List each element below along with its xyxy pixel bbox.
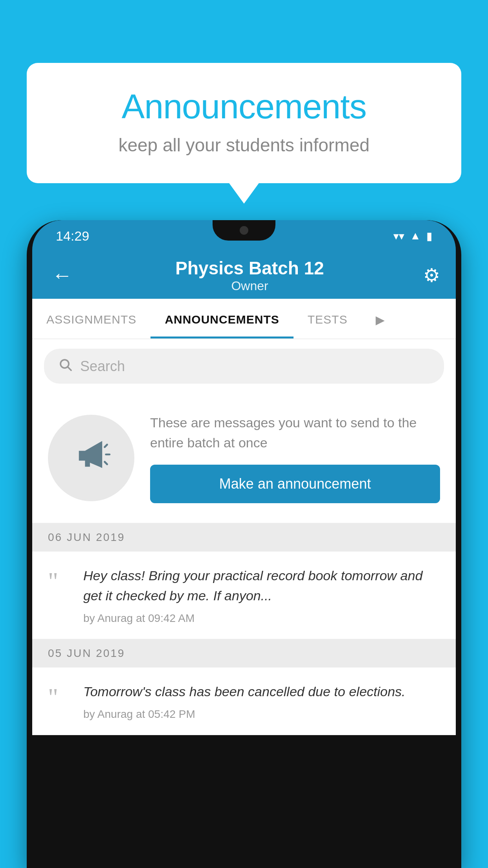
tab-announcements[interactable]: ANNOUNCEMENTS	[150, 299, 293, 338]
search-icon	[58, 357, 72, 375]
promo-right: These are messages you want to send to t…	[150, 413, 440, 503]
svg-line-2	[105, 445, 107, 447]
app-bar-center: Physics Batch 12 Owner	[76, 257, 423, 293]
screen-content: Search Th	[32, 339, 456, 735]
date-separator-1: 06 JUN 2019	[32, 523, 456, 552]
svg-line-1	[68, 367, 71, 370]
tab-assignments[interactable]: ASSIGNMENTS	[32, 299, 150, 338]
announcement-content-1: Hey class! Bring your practical record b…	[83, 566, 440, 625]
megaphone-icon	[72, 435, 111, 482]
signal-icon: ▲	[410, 230, 421, 242]
announcement-message-2: Tomorrow's class has been cancelled due …	[83, 682, 440, 702]
make-announcement-button[interactable]: Make an announcement	[150, 465, 440, 503]
bubble-title: Announcements	[58, 86, 430, 127]
announcement-icon-circle	[48, 415, 134, 501]
announcement-item-2[interactable]: " Tomorrow's class has been cancelled du…	[32, 668, 456, 735]
announcement-meta-2: by Anurag at 05:42 PM	[83, 708, 440, 721]
phone-frame: 14:29 ▾▾ ▲ ▮ ← Physics Batch 12 Owner ⚙ …	[27, 220, 461, 868]
notch	[213, 220, 275, 241]
speech-bubble-card: Announcements keep all your students inf…	[27, 63, 461, 183]
search-bar-container: Search	[32, 339, 456, 393]
tabs-bar: ASSIGNMENTS ANNOUNCEMENTS TESTS ▶	[32, 299, 456, 339]
status-icons: ▾▾ ▲ ▮	[393, 230, 432, 243]
camera-dot	[240, 226, 248, 235]
quote-icon-1: "	[48, 569, 72, 594]
app-bar: ← Physics Batch 12 Owner ⚙	[32, 252, 456, 299]
status-bar: 14:29 ▾▾ ▲ ▮	[32, 220, 456, 252]
status-time: 14:29	[56, 228, 89, 244]
announcement-message-1: Hey class! Bring your practical record b…	[83, 566, 440, 606]
app-bar-subtitle: Owner	[76, 279, 423, 293]
search-bar[interactable]: Search	[44, 349, 444, 384]
promo-text: These are messages you want to send to t…	[150, 413, 440, 453]
app-bar-title: Physics Batch 12	[76, 257, 423, 279]
speech-bubble-section: Announcements keep all your students inf…	[27, 63, 461, 183]
announcement-item-1[interactable]: " Hey class! Bring your practical record…	[32, 552, 456, 639]
bubble-subtitle: keep all your students informed	[58, 134, 430, 156]
tab-more[interactable]: ▶	[361, 299, 399, 338]
battery-icon: ▮	[426, 230, 432, 243]
search-placeholder: Search	[80, 358, 125, 375]
announcement-content-2: Tomorrow's class has been cancelled due …	[83, 682, 440, 721]
back-button[interactable]: ←	[48, 259, 76, 291]
date-separator-2: 05 JUN 2019	[32, 639, 456, 668]
promo-block: These are messages you want to send to t…	[32, 393, 456, 523]
quote-icon-2: "	[48, 685, 72, 710]
svg-line-4	[105, 462, 107, 464]
phone-inner: 14:29 ▾▾ ▲ ▮ ← Physics Batch 12 Owner ⚙ …	[32, 220, 456, 868]
wifi-icon: ▾▾	[393, 230, 404, 243]
tab-tests[interactable]: TESTS	[294, 299, 362, 338]
settings-icon[interactable]: ⚙	[423, 264, 440, 286]
announcement-meta-1: by Anurag at 09:42 AM	[83, 612, 440, 625]
